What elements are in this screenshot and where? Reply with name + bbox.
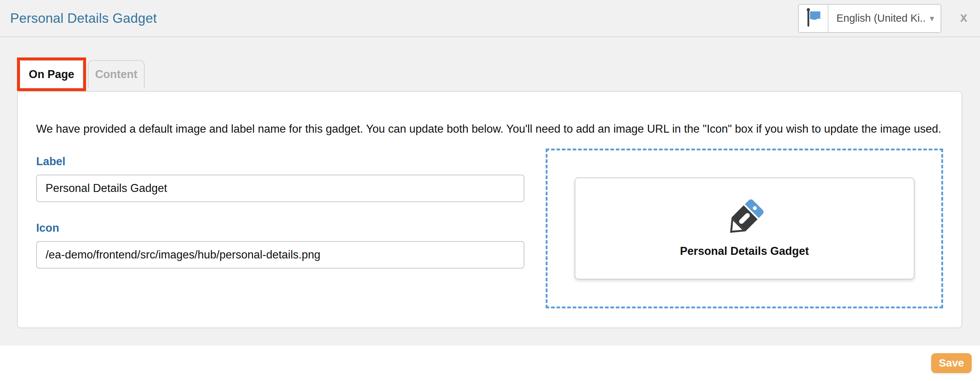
tab-content[interactable]: Content (88, 60, 145, 88)
gadget-preview-card: Personal Details Gadget (574, 178, 915, 279)
language-selected-value: English (United Ki... (837, 12, 925, 24)
page-title: Personal Details Gadget (10, 11, 157, 26)
flag-icon (804, 7, 823, 30)
gadget-preview-dropzone: Personal Details Gadget (546, 149, 943, 308)
fields-column: Label Icon (36, 155, 524, 268)
modal-body: On Page Content We have provided a defau… (0, 37, 980, 346)
header-right: English (United Ki... ▾ x (798, 4, 967, 33)
save-button[interactable]: Save (931, 353, 972, 373)
preview-card-label: Personal Details Gadget (680, 245, 809, 258)
tab-on-page[interactable]: On Page (20, 60, 83, 88)
tabs-row: On Page Content (0, 37, 980, 91)
label-input[interactable] (36, 175, 524, 202)
caret-down-icon: ▾ (930, 13, 934, 24)
language-value-cell: English (United Ki... ▾ (829, 5, 940, 32)
language-selector[interactable]: English (United Ki... ▾ (798, 4, 941, 33)
icon-field-label: Icon (36, 222, 524, 235)
settings-panel: We have provided a default image and lab… (17, 91, 962, 328)
label-field-label: Label (36, 155, 524, 168)
icon-input[interactable] (36, 241, 524, 268)
instruction-text: We have provided a default image and lab… (36, 122, 943, 136)
annotation-highlight: On Page (17, 57, 86, 91)
modal-footer: Save (0, 346, 980, 380)
close-icon[interactable]: x (960, 11, 967, 26)
modal-header: Personal Details Gadget English (United … (0, 0, 980, 37)
flag-cell (799, 5, 829, 32)
pencil-icon (723, 197, 766, 241)
